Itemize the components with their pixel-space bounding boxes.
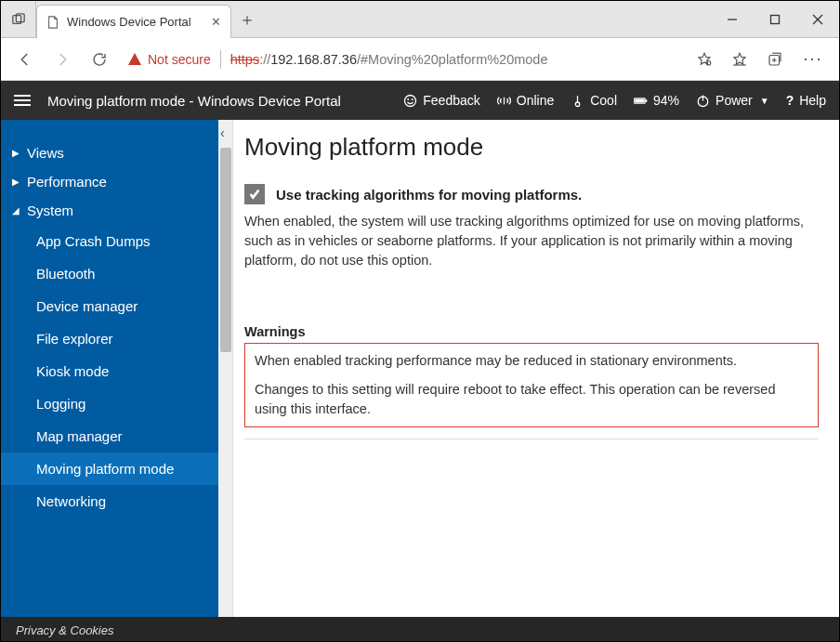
- help-button[interactable]: ? Help: [786, 93, 826, 108]
- chevron-down-icon: ◢: [12, 205, 23, 216]
- sidebar-item-map-manager[interactable]: Map manager: [1, 420, 218, 452]
- sidebar-group-label: Views: [27, 145, 64, 161]
- collections-button[interactable]: [759, 44, 791, 75]
- section-divider: [244, 439, 819, 439]
- question-icon: ?: [786, 93, 794, 108]
- page-icon: [46, 16, 59, 29]
- browser-toolbar: Not secure https://192.168.87.36/#Moving…: [1, 38, 839, 81]
- browser-menu-button[interactable]: ···: [794, 49, 832, 69]
- favorite-star-button[interactable]: [689, 44, 720, 75]
- svg-rect-3: [771, 16, 780, 24]
- temperature-status[interactable]: Cool: [571, 93, 617, 108]
- window-maximize-button[interactable]: [754, 1, 796, 38]
- svg-point-13: [405, 95, 416, 106]
- sidebar-group-label: System: [27, 203, 73, 218]
- warnings-box: When enabled tracking performance may be…: [244, 343, 819, 427]
- battery-icon: [634, 94, 648, 108]
- warning-text: Changes to this setting will require reb…: [255, 380, 808, 419]
- temperature-label: Cool: [590, 93, 617, 108]
- address-bar[interactable]: Not secure https://192.168.87.36/#Moving…: [120, 45, 685, 74]
- online-status[interactable]: Online: [497, 93, 554, 108]
- battery-label: 94%: [653, 93, 679, 108]
- sidebar-item-bluetooth[interactable]: Bluetooth: [1, 257, 218, 290]
- new-tab-button[interactable]: ＋: [231, 1, 263, 38]
- browser-title-bar: Windows Device Portal ✕ ＋: [1, 1, 839, 38]
- svg-point-16: [575, 102, 580, 107]
- sidebar-item-networking[interactable]: Networking: [1, 485, 218, 518]
- svg-rect-19: [646, 99, 647, 102]
- window-close-button[interactable]: [796, 1, 839, 38]
- tab-title: Windows Device Portal: [67, 15, 191, 29]
- sidebar-item-logging[interactable]: Logging: [1, 387, 218, 420]
- tab-actions-button[interactable]: [1, 1, 36, 38]
- feedback-label: Feedback: [423, 93, 479, 108]
- power-icon: [696, 94, 710, 108]
- sidebar-scrollbar[interactable]: ‹: [218, 120, 233, 617]
- sidebar-item-app-crash-dumps[interactable]: App Crash Dumps: [1, 225, 218, 257]
- favorites-list-button[interactable]: [724, 44, 755, 75]
- window-minimize-button[interactable]: [711, 1, 754, 38]
- nav-forward-button[interactable]: [46, 43, 79, 76]
- footer-bar: Privacy & Cookies: [1, 617, 839, 642]
- svg-point-14: [408, 98, 409, 99]
- sidebar-group-system[interactable]: ◢ System: [1, 196, 218, 225]
- power-label: Power: [715, 93, 753, 108]
- page-title: Moving platform mode - Windows Device Po…: [47, 93, 341, 109]
- security-warning[interactable]: Not secure: [127, 52, 211, 67]
- scrollbar-thumb[interactable]: [220, 148, 231, 352]
- sidebar-item-moving-platform-mode[interactable]: Moving platform mode: [1, 452, 218, 485]
- help-label: Help: [799, 93, 826, 108]
- chevron-down-icon: ▼: [760, 96, 769, 106]
- sidebar-item-kiosk-mode[interactable]: Kiosk mode: [1, 355, 218, 387]
- warning-text: When enabled tracking performance may be…: [255, 351, 808, 371]
- window-controls: [711, 1, 839, 38]
- browser-tab[interactable]: Windows Device Portal ✕: [36, 5, 231, 38]
- sidebar-collapse-button[interactable]: ‹: [220, 125, 225, 140]
- menu-toggle-button[interactable]: [14, 95, 31, 106]
- security-label: Not secure: [148, 52, 211, 67]
- chevron-right-icon: ▶: [12, 177, 23, 187]
- sidebar: ▶ Views ▶ Performance ◢ System App Crash…: [1, 120, 218, 617]
- sidebar-group-label: Performance: [27, 174, 107, 190]
- url-text: https://192.168.87.36/#Moving%20platform…: [230, 52, 548, 67]
- sidebar-item-file-explorer[interactable]: File explorer: [1, 322, 218, 355]
- svg-rect-18: [635, 98, 644, 102]
- main-content: Moving platform mode Use tracking algori…: [233, 120, 839, 617]
- chevron-right-icon: ▶: [12, 148, 23, 158]
- online-label: Online: [517, 93, 554, 108]
- content-heading: Moving platform mode: [244, 133, 819, 162]
- nav-back-button[interactable]: [8, 43, 42, 76]
- signal-icon: [497, 94, 511, 108]
- sidebar-item-device-manager[interactable]: Device manager: [1, 290, 218, 322]
- warnings-title: Warnings: [244, 324, 819, 339]
- tracking-checkbox[interactable]: [244, 184, 265, 204]
- svg-point-15: [413, 98, 413, 99]
- privacy-link[interactable]: Privacy & Cookies: [16, 623, 113, 637]
- tab-close-button[interactable]: ✕: [211, 15, 221, 29]
- url-separator: [220, 50, 221, 69]
- sidebar-group-performance[interactable]: ▶ Performance: [1, 167, 218, 196]
- tracking-description: When enabled, the system will use tracki…: [244, 212, 811, 270]
- warning-triangle-icon: [127, 52, 142, 67]
- tracking-checkbox-label: Use tracking algorithms for moving platf…: [276, 187, 582, 203]
- feedback-button[interactable]: Feedback: [403, 93, 479, 108]
- checkmark-icon: [248, 188, 261, 201]
- power-menu[interactable]: Power ▼: [696, 93, 769, 108]
- sidebar-group-views[interactable]: ▶ Views: [1, 138, 218, 167]
- battery-status[interactable]: 94%: [634, 93, 679, 108]
- nav-refresh-button[interactable]: [83, 43, 116, 76]
- smiley-icon: [403, 94, 417, 108]
- thermometer-icon: [571, 94, 584, 108]
- app-bar: Moving platform mode - Windows Device Po…: [1, 81, 839, 120]
